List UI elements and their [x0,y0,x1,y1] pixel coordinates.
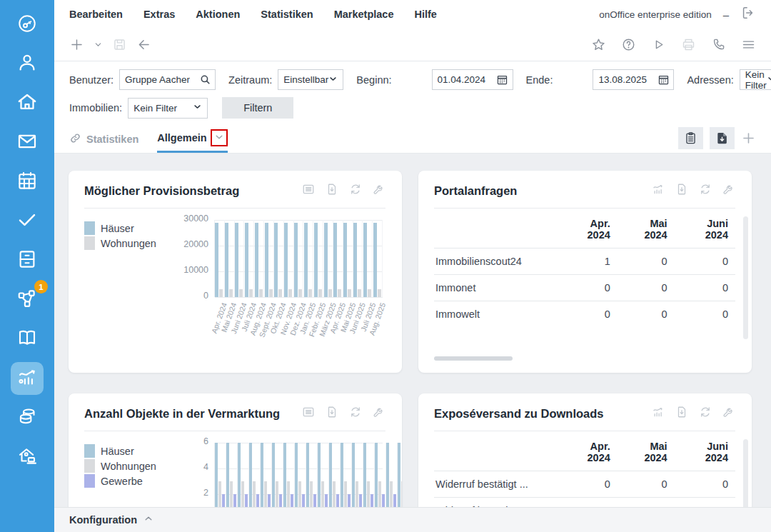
export-icon[interactable] [675,183,688,199]
search-icon[interactable] [195,74,215,86]
sidebar-item-homeoffice[interactable] [11,441,44,473]
refresh-icon[interactable] [699,406,712,421]
help-icon[interactable] [621,37,636,52]
chart-view-icon[interactable] [652,406,665,421]
tab-statistiken[interactable]: Statistiken [69,132,138,153]
row-label: Immonet [434,275,558,301]
chart-legend: HäuserWohnungenGewerbe [84,441,183,507]
table-view-icon[interactable] [302,406,315,421]
beginn-date-input[interactable] [433,70,493,89]
bar [255,223,258,297]
logout-icon[interactable] [740,5,756,24]
sidebar-item-knowledge[interactable] [11,323,44,356]
menu-item-hilfe[interactable]: Hilfe [415,9,437,20]
vertical-scrollbar[interactable] [743,216,748,339]
tab-dropdown-chevron-icon[interactable] [214,132,224,144]
horizontal-scrollbar[interactable] [434,356,513,361]
bar-chart-objekte: 246Apr. 2024Mai 2024Juni 2024Juli 2024Au… [183,441,386,507]
bar [239,289,243,297]
export-icon[interactable] [675,406,688,421]
y-axis: 246 [183,441,211,507]
hamburger-menu-icon[interactable] [741,37,756,52]
favorite-star-icon[interactable] [591,37,606,52]
adressen-select[interactable]: Kein Filter [740,69,771,90]
calendar-icon[interactable] [493,74,513,86]
legend-swatch [84,444,95,458]
vertical-scrollbar[interactable] [743,439,748,507]
settings-wrench-icon[interactable] [373,183,386,199]
export-icon[interactable] [326,183,338,199]
house-icon [16,91,38,116]
immobilien-select[interactable]: Kein Filter [128,98,208,119]
sidebar-item-email[interactable] [11,126,44,159]
table-view-icon[interactable] [302,183,315,199]
widget-objekte-vermarktung: Anzahl Objekte in der Vermarktung Häuser… [69,393,402,507]
sidebar-item-tasks[interactable] [11,205,44,238]
row-label: Widerruf bestätigt ... [434,471,558,498]
bar-group [323,220,333,297]
benutzer-input[interactable] [120,70,195,89]
ende-date-input[interactable] [593,70,653,89]
bar [336,494,339,507]
sidebar-item-statistics[interactable] [11,362,44,395]
sidebar-item-home[interactable] [11,9,44,41]
expose-table: Apr. 2024Mai 2024Juni 2024Widerruf bestä… [434,433,735,507]
menu-item-statistiken[interactable]: Statistiken [261,9,313,20]
document-download-icon[interactable] [710,127,735,149]
window-minimize[interactable]: – [723,9,729,21]
bar [348,494,351,507]
phone-icon[interactable] [711,37,726,52]
bar [284,223,288,297]
bar-group [318,443,329,507]
sidebar-item-contacts[interactable] [11,48,44,81]
bar [218,481,221,507]
bar [344,481,347,507]
bar-group [329,443,341,507]
cell-value: 0 [675,471,735,498]
tab-bar: Statistiken Allgemein [54,127,771,154]
bar-group [261,443,272,507]
zeitraum-select[interactable]: Einstellbar [278,69,343,90]
column-header [434,210,558,249]
refresh-icon[interactable] [349,183,362,199]
menu-item-bearbeiten[interactable]: Bearbeiten [69,9,123,20]
bar [226,443,229,507]
konfiguration-bar[interactable]: Konfiguration [54,507,771,532]
clipboard-icon[interactable] [678,127,703,149]
new-record-plus-icon[interactable] [69,37,84,52]
bar-group [386,443,398,507]
export-icon[interactable] [326,406,338,421]
bar [356,481,358,507]
play-icon[interactable] [651,37,666,52]
sidebar-item-calendar[interactable] [11,166,44,199]
settings-wrench-icon[interactable] [722,183,735,199]
add-widget-plus-icon[interactable] [741,131,756,146]
bar [291,494,293,507]
back-arrow-icon[interactable] [136,37,151,52]
bar [233,494,236,507]
sidebar-item-database[interactable] [11,401,44,434]
bar [245,223,248,297]
calendar-icon[interactable] [653,74,673,86]
settings-wrench-icon[interactable] [722,406,735,421]
cell-value: 0 [618,249,675,275]
menu-item-extras[interactable]: Extras [143,9,175,20]
sidebar-item-process[interactable]: 1 [11,283,44,316]
settings-wrench-icon[interactable] [373,406,386,421]
bar [249,289,253,297]
menu-item-marketplace[interactable]: Marketplace [334,9,394,20]
sidebar-item-files[interactable] [11,244,44,277]
bar [261,443,263,507]
new-record-chevron-down-icon[interactable] [94,40,103,49]
sidebar-item-properties[interactable] [11,87,44,120]
cell-value: 0 [558,275,618,301]
chart-view-icon[interactable] [652,183,665,199]
filtern-button[interactable]: Filtern [222,97,293,119]
bar [363,223,367,297]
tab-allgemein[interactable]: Allgemein [157,129,227,153]
refresh-icon[interactable] [349,406,362,421]
menu-item-aktionen[interactable]: Aktionen [196,9,240,20]
refresh-icon[interactable] [699,183,712,199]
bar [274,223,278,297]
column-header: Juni 2024 [675,210,735,249]
